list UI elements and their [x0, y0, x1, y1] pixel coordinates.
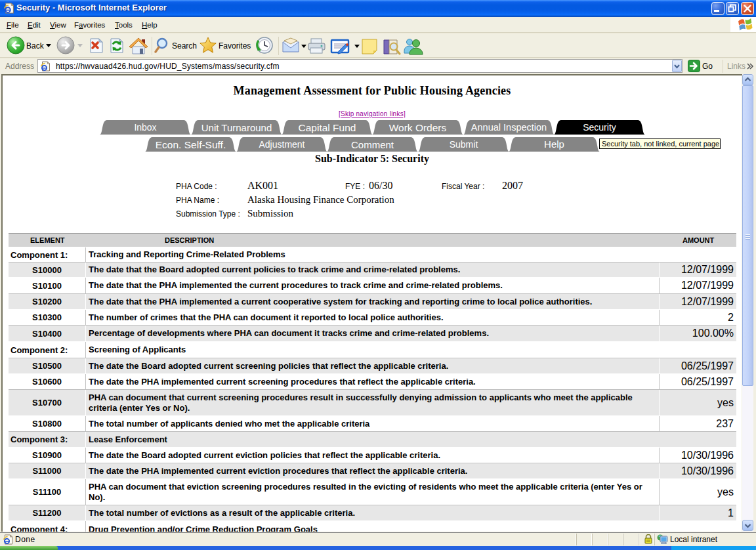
svg-text:Back: Back: [26, 41, 45, 51]
svg-text:Favorites: Favorites: [219, 41, 251, 51]
svg-text:Search: Search: [172, 41, 197, 51]
